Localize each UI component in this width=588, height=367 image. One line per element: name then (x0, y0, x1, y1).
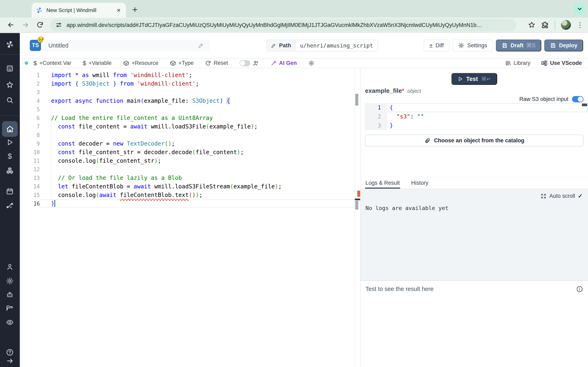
reload-icon[interactable] (36, 21, 44, 29)
result-area: Test to see the result here (361, 281, 588, 367)
line-number: 8 (20, 131, 40, 140)
add-variable-button[interactable]: $+Variable (83, 60, 112, 67)
code-line[interactable]: 2 "s3": "" (365, 112, 588, 121)
bookmark-star-icon[interactable] (528, 21, 535, 29)
url-bar[interactable]: app.windmill.dev/scripts/add#JTdCJTIyaGF… (50, 19, 516, 31)
code-line[interactable]: 16} (20, 200, 354, 208)
ai-gen-button[interactable]: AI Gen (270, 60, 297, 66)
line-number: 4 (20, 97, 40, 105)
sidebar-item-workspace[interactable] (6, 64, 14, 73)
sidebar-item-resources[interactable] (6, 166, 14, 175)
sidebar-item-variables[interactable]: $ (6, 152, 14, 160)
code-line[interactable]: 14 let fileContentBlob = await wmill.loa… (20, 182, 354, 191)
code-line[interactable]: 10 const file_content_str = decoder.deco… (20, 148, 354, 157)
sidebar-item-user[interactable] (6, 263, 14, 271)
code-line[interactable]: 13 // Or load the file lazily as a Blob (20, 174, 354, 182)
kebab-menu-icon[interactable]: ⋮ (577, 21, 584, 29)
script-title-field[interactable]: Untitled (43, 40, 210, 51)
path-field[interactable]: Path u/henri/amusing_script (267, 40, 378, 51)
add-type-button[interactable]: +Type (170, 60, 194, 66)
cursor-marker (355, 199, 361, 200)
tab-history[interactable]: History (411, 179, 429, 189)
multiplayer-toggle[interactable] (240, 60, 259, 67)
logs-section: Logs & Result History Auto scroll ✓ No l… (361, 179, 588, 367)
sidebar-item-help[interactable] (6, 348, 14, 356)
add-resource-button[interactable]: +Resource (123, 60, 158, 66)
plus-minus-icon: ± (429, 42, 433, 49)
scrollbar-thumb[interactable] (355, 94, 358, 106)
tab-search-button[interactable] (574, 3, 585, 15)
url-text[interactable]: app.windmill.dev/scripts/add#JTdCJTIyaGF… (67, 22, 482, 28)
sidebar-item-flows[interactable] (6, 201, 14, 210)
arrow-right-icon (6, 357, 13, 365)
draft-button[interactable]: Draft ⌘S (496, 40, 541, 51)
wand-icon (270, 60, 277, 66)
reset-button[interactable]: Reset (205, 60, 228, 66)
code-line[interactable]: 7 const file_content = await wmill.loadS… (20, 122, 354, 131)
scrollbar-thumb[interactable] (355, 201, 358, 210)
sidebar-collapse-arrow[interactable] (6, 357, 14, 365)
flow-icon (6, 202, 14, 209)
json-arg-editor[interactable]: 1{2 "s3": ""3} (365, 103, 588, 132)
sidebar-item-home[interactable] (2, 121, 18, 137)
draft-shortcut: ⌘S (526, 42, 536, 49)
extensions-puzzle-icon[interactable] (541, 21, 549, 29)
code-lines[interactable]: 1import * as wmill from 'windmill-client… (20, 68, 360, 208)
code-line[interactable]: 12 (20, 165, 354, 174)
auto-scroll-control[interactable]: Auto scroll ✓ (541, 193, 583, 200)
code-line[interactable]: 8 (20, 131, 354, 140)
code-line[interactable]: 9 const decoder = new TextDecoder(); (20, 140, 354, 148)
browser-tab[interactable]: New Script | Windmill × (32, 3, 126, 17)
sidebar-item-settings[interactable] (6, 277, 14, 285)
line-number: 5 (20, 105, 40, 114)
settings-button[interactable]: Settings (452, 40, 493, 51)
result-placeholder: Test to see the result here (365, 286, 434, 292)
deploy-button[interactable]: Deploy (544, 40, 583, 51)
library-button[interactable]: Library (505, 60, 530, 66)
sidebar-item-runs[interactable] (6, 138, 14, 146)
editor-scrollbar[interactable] (355, 68, 360, 367)
code-line[interactable]: 2import { S3Object } from 'windmill-clie… (20, 80, 354, 88)
json-scrollbar[interactable] (582, 104, 587, 106)
tab-close-icon[interactable]: × (116, 7, 122, 14)
code-line[interactable]: 3} (365, 121, 588, 130)
back-icon[interactable] (7, 21, 15, 29)
code-line[interactable]: 1import * as wmill from 'windmill-client… (20, 71, 354, 80)
choose-object-button[interactable]: Choose an object from the catalog (365, 134, 584, 146)
sidebar-item-folders[interactable] (6, 304, 14, 313)
code-line[interactable]: 3 (20, 88, 354, 97)
add-context-var-button[interactable]: $+Context Var (34, 60, 71, 67)
code-line[interactable]: 15 console.log(await fileContentBlob.tex… (20, 191, 354, 200)
code-line[interactable]: 5 (20, 105, 354, 114)
code-line[interactable]: 6// Load the entire file_content as a Ui… (20, 114, 354, 122)
new-tab-button[interactable]: + (132, 4, 138, 15)
sidebar-item-schedules[interactable] (6, 187, 14, 196)
use-vscode-button[interactable]: Use VScode (541, 60, 582, 67)
json-lines[interactable]: 1{2 "s3": ""3} (365, 103, 588, 130)
code-line[interactable]: 4export async function main(example_file… (20, 97, 354, 105)
tab-logs-result[interactable]: Logs & Result (365, 179, 400, 189)
info-icon[interactable] (576, 286, 583, 292)
script-title[interactable]: Untitled (48, 42, 198, 49)
pencil-icon[interactable] (198, 42, 204, 49)
sidebar-item-search[interactable] (6, 96, 14, 104)
toggle-off[interactable] (240, 60, 250, 66)
code-editor[interactable]: 1import * as wmill from 'windmill-client… (20, 68, 361, 367)
code-line[interactable]: 11 console.log(file_content_str); (20, 157, 354, 165)
diff-button[interactable]: ± Diff (424, 40, 449, 51)
sidebar-item-workers[interactable] (6, 291, 14, 299)
sidebar-item-favorites[interactable] (6, 81, 14, 89)
raw-s3-toggle[interactable] (572, 96, 584, 102)
path-edit-button[interactable]: Path (267, 40, 296, 51)
code-line[interactable]: 1{ (365, 103, 588, 112)
sidebar-item-audit[interactable] (6, 318, 14, 326)
bot-icon (6, 291, 14, 299)
windmill-logo-icon[interactable] (6, 40, 14, 49)
profile-avatar[interactable] (561, 20, 571, 30)
editor-settings-button[interactable] (308, 60, 314, 66)
test-button[interactable]: Test ⌘↵ (451, 73, 497, 85)
line-number: 14 (20, 182, 40, 191)
tune-icon[interactable] (56, 22, 62, 28)
path-value[interactable]: u/henri/amusing_script (296, 42, 378, 49)
forward-icon[interactable] (22, 21, 29, 29)
